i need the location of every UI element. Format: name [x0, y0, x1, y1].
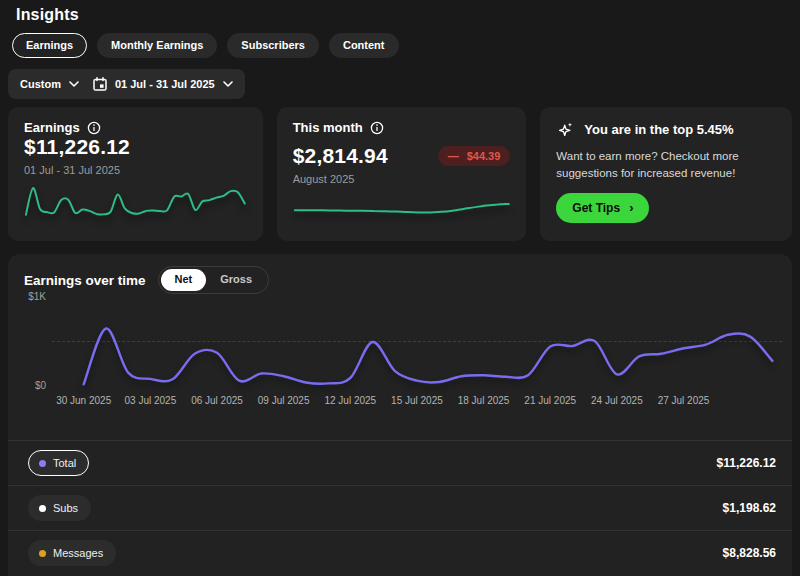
- total-value: $11,226.12: [717, 456, 776, 470]
- chart-area: $1K $0 30 Jun 202503 Jul 202506 Jul 2025…: [8, 295, 792, 413]
- info-icon[interactable]: [370, 121, 384, 135]
- total-dot: [39, 460, 46, 467]
- tab-content[interactable]: Content: [329, 33, 399, 58]
- preset-select[interactable]: Custom: [20, 78, 79, 90]
- tips-body: Want to earn more? Checkout more suggest…: [556, 148, 776, 181]
- tab-bar: Earnings Monthly Earnings Subscribers Co…: [12, 33, 792, 58]
- get-tips-button[interactable]: Get Tips ›: [556, 193, 649, 223]
- preset-label: Custom: [20, 78, 61, 90]
- earnings-over-time-card: Earnings over time Net Gross $1K $0 30 J…: [8, 254, 792, 576]
- date-range-select[interactable]: 01 Jul - 31 Jul 2025: [93, 77, 233, 91]
- earnings-line: [52, 295, 782, 391]
- x-axis-label: 06 Jul 2025: [191, 395, 243, 406]
- sparkle-icon: [556, 120, 575, 139]
- x-axis-label: 21 Jul 2025: [524, 395, 576, 406]
- chevron-down-icon: [69, 81, 79, 87]
- subs-value: $1,198.62: [723, 501, 776, 515]
- earnings-card-title: Earnings: [24, 120, 80, 135]
- chart-title: Earnings over time: [24, 273, 146, 288]
- tab-subscribers[interactable]: Subscribers: [227, 33, 319, 58]
- insights-page: Insights Earnings Monthly Earnings Subsc…: [8, 6, 792, 576]
- delta-amount: $44.39: [467, 150, 501, 162]
- x-axis-labels: 30 Jun 202503 Jul 202506 Jul 202509 Jul …: [52, 395, 782, 413]
- x-axis-label: 15 Jul 2025: [391, 395, 443, 406]
- tab-monthly-earnings[interactable]: Monthly Earnings: [97, 33, 217, 58]
- tips-title: You are in the top 5.45%: [584, 122, 733, 137]
- date-filter-bar: Custom 01 Jul - 31 Jul 2025: [8, 69, 245, 99]
- x-axis-label: 24 Jul 2025: [591, 395, 643, 406]
- legend-label: Total: [53, 457, 76, 469]
- this-month-amount: $2,814.94: [293, 144, 388, 168]
- messages-value: $8,828.56: [723, 546, 776, 560]
- y-axis-label-zero: $0: [16, 380, 46, 391]
- x-axis-label: 18 Jul 2025: [458, 395, 510, 406]
- x-axis-label: 03 Jul 2025: [124, 395, 176, 406]
- this-month-sparkline: [293, 192, 511, 228]
- date-range-label: 01 Jul - 31 Jul 2025: [115, 78, 215, 90]
- legend-row-subs: Subs $1,198.62: [8, 485, 792, 530]
- legend-row-messages: Messages $8,828.56: [8, 530, 792, 575]
- x-axis-label: 27 Jul 2025: [658, 395, 710, 406]
- y-axis-label-max: $1K: [16, 291, 46, 302]
- page-title: Insights: [16, 6, 792, 24]
- legend-pill-messages[interactable]: Messages: [28, 540, 116, 566]
- x-axis-label: 09 Jul 2025: [258, 395, 310, 406]
- calendar-icon: [93, 77, 107, 91]
- delta-minus-sign: —: [448, 150, 459, 162]
- earnings-sparkline: [24, 183, 247, 219]
- legend-pill-subs[interactable]: Subs: [28, 495, 91, 521]
- net-gross-toggle: Net Gross: [158, 266, 270, 293]
- legend-label: Messages: [53, 547, 103, 559]
- x-axis-label: 12 Jul 2025: [324, 395, 376, 406]
- messages-dot: [39, 550, 46, 557]
- earnings-period: 01 Jul - 31 Jul 2025: [24, 164, 247, 176]
- legend-row-total: Total $11,226.12: [8, 440, 792, 485]
- toggle-net[interactable]: Net: [161, 269, 207, 290]
- legend-label: Subs: [53, 502, 78, 514]
- delta-badge: — $44.39: [438, 146, 511, 166]
- tab-earnings[interactable]: Earnings: [12, 33, 87, 58]
- info-icon[interactable]: [87, 121, 101, 135]
- stat-cards-row: Earnings $11,226.12 01 Jul - 31 Jul 2025…: [8, 107, 792, 241]
- chevron-down-icon: [223, 81, 233, 87]
- series-legend: Total $11,226.12 Subs $1,198.62 Messages…: [8, 440, 792, 575]
- get-tips-label: Get Tips: [572, 201, 620, 215]
- this-month-card: This month $2,814.94 — $44.39 August 202…: [277, 107, 527, 241]
- this-month-card-title: This month: [293, 120, 363, 135]
- this-month-period: August 2025: [293, 173, 511, 185]
- tips-card: You are in the top 5.45% Want to earn mo…: [540, 107, 792, 241]
- line-chart-plot[interactable]: [52, 295, 782, 391]
- toggle-gross[interactable]: Gross: [206, 269, 266, 290]
- earnings-card: Earnings $11,226.12 01 Jul - 31 Jul 2025: [8, 107, 263, 241]
- subs-dot: [39, 505, 46, 512]
- legend-pill-total[interactable]: Total: [28, 450, 89, 476]
- x-axis-label: 30 Jun 2025: [56, 395, 111, 406]
- earnings-amount: $11,226.12: [24, 135, 247, 159]
